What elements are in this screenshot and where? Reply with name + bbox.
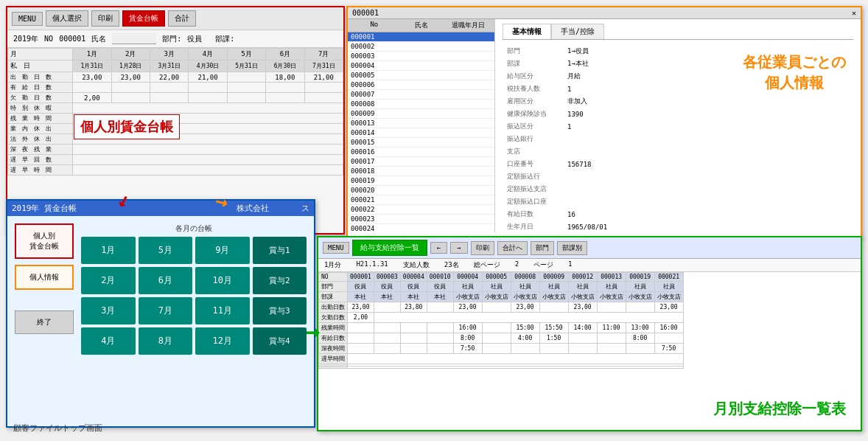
- month-btn-6[interactable]: 6月: [139, 267, 193, 294]
- no-value: 000001: [59, 35, 85, 43]
- cell: [400, 323, 427, 333]
- monthly-current-page-value: 1: [568, 260, 572, 270]
- individual-select-button[interactable]: 個人選択: [46, 10, 88, 27]
- month-btn-12[interactable]: 12月: [195, 327, 250, 355]
- row-night2: 深夜時間: [319, 344, 348, 354]
- cell: [568, 344, 597, 354]
- monthly-dept-11: 社員: [626, 282, 654, 292]
- bonus-btn-1[interactable]: 賞与1: [253, 237, 307, 264]
- monthly-window: MENU 給与支給控除一覧 ← → 印刷 合計へ 部門 部課別 1月分 H21.…: [317, 236, 862, 431]
- dept-button[interactable]: 部門: [531, 241, 554, 255]
- bonus-btn-4[interactable]: 賞与4: [253, 327, 307, 355]
- prev-button[interactable]: ←: [430, 242, 447, 254]
- monthly-col-6: 000005: [482, 273, 511, 282]
- cell-attendance-4: 21,00: [189, 72, 227, 83]
- month-btn-4[interactable]: 4月: [81, 327, 136, 355]
- personal-info-button[interactable]: 個人情報: [15, 265, 74, 290]
- field-birth-value: 1965/08/01: [564, 221, 852, 232]
- exit-button[interactable]: 終了: [15, 310, 74, 334]
- list-item[interactable]: 000003: [348, 52, 494, 61]
- list-item[interactable]: 000016: [348, 147, 494, 157]
- payroll-table: 月 1月 2月 3月 4月 5月 6月 7月 私 日 1月31日 1月28日 3…: [7, 48, 343, 176]
- list-item[interactable]: 000001: [348, 32, 494, 42]
- month-btn-10[interactable]: 10月: [195, 267, 250, 294]
- row-empty2: [319, 367, 348, 369]
- bonus-btn-3[interactable]: 賞与3: [253, 297, 307, 324]
- payroll-ledger-button[interactable]: 賃金台帳: [122, 10, 165, 27]
- month-btn-9[interactable]: 9月: [195, 237, 250, 264]
- month-btn-11[interactable]: 11月: [195, 297, 250, 324]
- monthly-col-5: 000004: [453, 273, 482, 282]
- month-btn-7[interactable]: 7月: [139, 297, 193, 324]
- list-item[interactable]: 000024: [348, 224, 494, 232]
- tab-allowance[interactable]: 手当/控除: [551, 24, 604, 39]
- list-item[interactable]: 000019: [348, 176, 494, 186]
- monthly-table-wrapper: NO 000001 000003 000004 000010 000004 00…: [318, 272, 861, 420]
- cell: [374, 323, 400, 333]
- list-item[interactable]: 000021: [348, 195, 494, 205]
- month-grid: 1月 5月 9月 賞与1 2月 6月 10月 賞与2 3月 7月 11月 賞与3…: [81, 237, 307, 355]
- field-fixed-bank-label: 定額振込行: [504, 171, 563, 182]
- cell-special: [73, 103, 343, 114]
- monthly-menu-button[interactable]: MENU: [323, 242, 349, 254]
- month-5: 5月: [227, 49, 265, 60]
- dept-section-button[interactable]: 部課別: [557, 241, 587, 255]
- print-button[interactable]: 印刷: [91, 10, 119, 27]
- row-label-late-time: 遅 早 時 間: [8, 165, 73, 176]
- cell: [427, 302, 453, 313]
- list-item[interactable]: 000002: [348, 42, 494, 52]
- cell-late-time: [73, 165, 343, 176]
- field-paid-days-label: 有給日数: [504, 209, 563, 220]
- cell-late-count: [73, 155, 343, 165]
- month-btn-5[interactable]: 5月: [139, 237, 193, 264]
- list-item[interactable]: 000006: [348, 80, 494, 90]
- individual-payroll-button[interactable]: 個人別賃金台帳: [15, 223, 74, 259]
- cell: 4:00: [511, 333, 539, 344]
- menu-button[interactable]: MENU: [12, 12, 43, 26]
- monthly-sec-3: 本社: [400, 292, 427, 302]
- list-item[interactable]: 000018: [348, 167, 494, 176]
- list-item[interactable]: 000004: [348, 61, 494, 71]
- monthly-sec-5: 小牧支店: [453, 292, 482, 302]
- month-btn-3[interactable]: 3月: [81, 297, 136, 324]
- total-button[interactable]: 合計: [168, 10, 196, 27]
- month-btn-8[interactable]: 8月: [139, 327, 193, 355]
- top-title-right: 株式会社 ス: [237, 203, 309, 214]
- list-item[interactable]: 000014: [348, 128, 494, 138]
- list-item[interactable]: 000022: [348, 205, 494, 215]
- list-item[interactable]: 000008: [348, 100, 494, 109]
- list-item[interactable]: 000009: [348, 109, 494, 119]
- detail-row: 定額振込支店: [504, 184, 852, 195]
- personal-overlay-label: 各従業員ごとの個人情報: [743, 52, 846, 93]
- list-item[interactable]: 000020: [348, 186, 494, 195]
- name-label: 氏名: [91, 34, 106, 44]
- row-overtime2: 残業時間: [319, 323, 348, 333]
- cell: 16:00: [654, 323, 683, 333]
- monthly-date: H21.1.31: [356, 260, 388, 270]
- cell: 23,00: [348, 302, 374, 313]
- monthly-print-button[interactable]: 印刷: [471, 241, 494, 255]
- monthly-col-11: 000019: [626, 273, 654, 282]
- table-row: 欠 勤 日 数 2,00: [8, 93, 343, 103]
- employee-list: No 氏名 退職年月日 000001 000002 000003 000004 …: [348, 19, 495, 232]
- monthly-total-button[interactable]: 合計へ: [497, 241, 528, 255]
- close-icon[interactable]: ✕: [852, 9, 856, 17]
- list-item[interactable]: 000023: [348, 215, 494, 224]
- list-item[interactable]: 000015: [348, 138, 494, 147]
- monthly-dept-3: 役員: [400, 282, 427, 292]
- month-7: 7月: [304, 49, 343, 60]
- row-label-night: 深 夜 残 業: [8, 145, 73, 155]
- list-item[interactable]: 000013: [348, 119, 494, 128]
- field-section-label: 部課: [504, 58, 563, 69]
- list-item[interactable]: 000017: [348, 157, 494, 167]
- monthly-main-button[interactable]: 給与支給控除一覧: [352, 240, 427, 256]
- tab-basic-info[interactable]: 基本情報: [503, 24, 551, 39]
- next-button[interactable]: →: [450, 242, 467, 254]
- bonus-btn-2[interactable]: 賞与2: [253, 267, 307, 294]
- list-item[interactable]: 000005: [348, 71, 494, 80]
- cell-absent-7: [304, 93, 343, 103]
- month-btn-1[interactable]: 1月: [81, 237, 136, 264]
- cell: 11:00: [597, 323, 626, 333]
- month-btn-2[interactable]: 2月: [81, 267, 136, 294]
- list-item[interactable]: 000007: [348, 90, 494, 100]
